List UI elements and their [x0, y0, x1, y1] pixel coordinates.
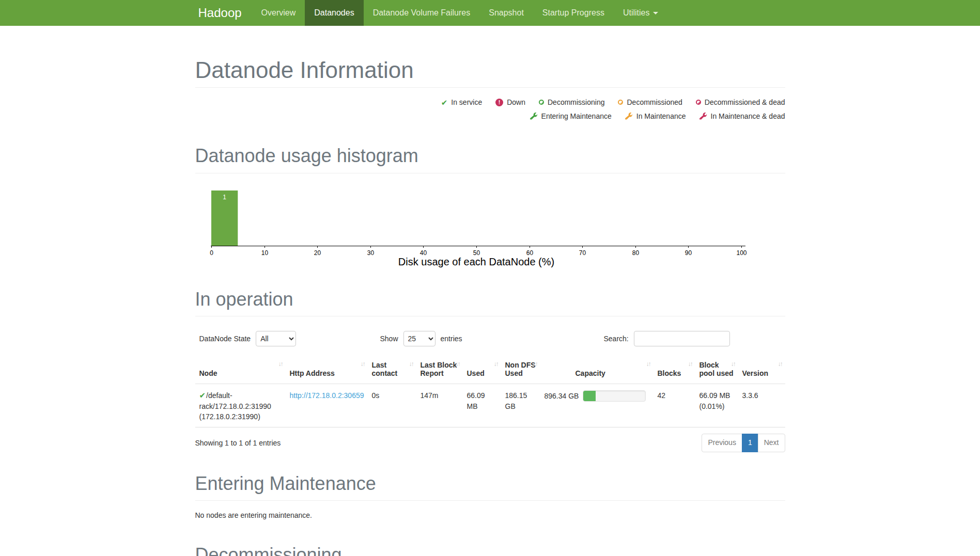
- column-header-block-pool[interactable]: ↓↑Block pool used: [695, 356, 738, 384]
- table-controls: DataNode State All Show 25 entries Searc…: [195, 327, 785, 351]
- sort-icon: ↓↑: [688, 361, 692, 368]
- pagination: Previous 1 Next: [702, 434, 785, 452]
- nav-item-datanode-volume-failures[interactable]: Datanode Volume Failures: [364, 0, 480, 26]
- column-header-label: Http Address: [290, 369, 335, 377]
- column-header-capacity[interactable]: ↓↑Capacity: [540, 356, 654, 384]
- column-header-label: Capacity: [545, 369, 605, 377]
- column-header-non-dfs[interactable]: ↓↑Non DFS Used: [501, 356, 540, 384]
- page-size-select[interactable]: 25: [403, 331, 435, 346]
- table-row: ✔/default-rack/172.18.0.2:31990 (172.18.…: [195, 384, 785, 427]
- non-dfs-used-cell: 186.15 GB: [501, 384, 540, 427]
- column-header-label: Last contact: [372, 361, 398, 377]
- exclamation-circle-icon: [495, 99, 503, 106]
- column-header-label: Blocks: [658, 369, 681, 377]
- pagination-next-button[interactable]: Next: [758, 434, 785, 452]
- legend-label: Decommissioning: [548, 98, 604, 106]
- nav-item-label: Overview: [261, 0, 296, 26]
- in-operation-heading: In operation: [195, 289, 785, 310]
- column-header-version[interactable]: ↓↑Version: [738, 356, 785, 384]
- column-header-label: Block pool used: [699, 361, 734, 377]
- sort-icon: ↓↑: [494, 361, 498, 368]
- entering-maintenance-section-header: Entering Maintenance: [195, 473, 785, 501]
- legend-item: Entering Maintenance: [530, 112, 612, 120]
- sort-icon: ↓↑: [278, 361, 283, 368]
- entries-label: entries: [441, 335, 462, 343]
- histogram-heading: Datanode usage histogram: [195, 145, 785, 166]
- hadoop-brand[interactable]: Hadoop: [195, 0, 252, 26]
- legend-item: In Maintenance: [625, 112, 686, 120]
- sort-icon: ↓↑: [778, 361, 782, 368]
- x-axis-tick-label: 10: [261, 249, 268, 257]
- x-axis-tick-label: 0: [210, 249, 213, 257]
- histogram-bar-count: 1: [223, 194, 226, 201]
- node-cell: ✔/default-rack/172.18.0.2:31990 (172.18.…: [195, 384, 286, 427]
- legend-label: Decommissioned & dead: [705, 98, 785, 106]
- navbar-menu: OverviewDatanodesDatanode Volume Failure…: [252, 0, 668, 26]
- datanode-state-select[interactable]: All: [256, 331, 296, 346]
- x-axis-tick-label: 50: [473, 249, 480, 257]
- usage-histogram-chart: 10102030405060708090100Disk usage of eac…: [195, 184, 785, 274]
- wrench-icon: [625, 113, 633, 120]
- column-header-http[interactable]: ↓↑Http Address: [286, 356, 368, 384]
- legend-row: ✔In serviceDownDecommissioningDecommissi…: [195, 98, 785, 106]
- column-header-label: Used: [467, 369, 485, 377]
- legend-label: Down: [507, 98, 525, 106]
- http-address-cell: http://172.18.0.2:30659: [286, 384, 368, 427]
- decommissioning-heading: Decommissioning: [195, 544, 785, 556]
- column-header-last-contact[interactable]: ↓↑Last contact: [368, 356, 416, 384]
- column-header-last-block-report[interactable]: ↓↑Last Block Report: [416, 356, 463, 384]
- search-input[interactable]: [634, 331, 730, 346]
- http-address-link[interactable]: http://172.18.0.2:30659: [290, 391, 364, 400]
- column-header-label: Last Block Report: [421, 361, 457, 377]
- legend-item: In Maintenance & dead: [699, 112, 785, 120]
- column-header-label: Non DFS Used: [505, 361, 536, 377]
- sort-icon: ↓↑: [409, 361, 413, 368]
- nav-item-snapshot[interactable]: Snapshot: [479, 0, 533, 26]
- ban-circle-icon: [618, 100, 623, 105]
- pagination-page-1-button[interactable]: 1: [742, 434, 758, 452]
- legend-item: Decommissioned & dead: [696, 98, 785, 106]
- datanodes-table: ↓↑Node↓↑Http Address↓↑Last contact↓↑Last…: [195, 356, 785, 427]
- x-axis-tick-label: 100: [736, 249, 746, 257]
- block-pool-used-cell: 66.09 MB (0.01%): [695, 384, 738, 427]
- histogram-section-header: Datanode usage histogram: [195, 145, 785, 173]
- node-address: /default-rack/172.18.0.2:31990 (172.18.0…: [199, 391, 271, 421]
- status-legend: ✔In serviceDownDecommissioningDecommissi…: [195, 98, 785, 120]
- pagination-previous-button[interactable]: Previous: [702, 434, 742, 452]
- x-axis-tick-label: 30: [367, 249, 374, 257]
- sort-icon: ↓↑: [646, 361, 650, 368]
- nav-item-startup-progress[interactable]: Startup Progress: [533, 0, 614, 26]
- blocks-cell: 42: [654, 384, 695, 427]
- nav-item-label: Utilities: [623, 0, 650, 26]
- column-header-node[interactable]: ↓↑Node: [195, 356, 286, 384]
- check-icon: ✔: [441, 99, 448, 106]
- legend-item: Decommissioned: [618, 98, 682, 106]
- nav-item-utilities[interactable]: Utilities: [614, 0, 668, 26]
- entering-maintenance-empty-text: No nodes are entering maintenance.: [195, 511, 785, 519]
- table-header-row: ↓↑Node↓↑Http Address↓↑Last contact↓↑Last…: [195, 356, 785, 384]
- capacity-progress-fill: [583, 391, 596, 401]
- nav-item-label: Datanode Volume Failures: [373, 0, 471, 26]
- nav-item-label: Snapshot: [489, 0, 524, 26]
- column-header-used[interactable]: ↓↑Used: [463, 356, 501, 384]
- entering-maintenance-heading: Entering Maintenance: [195, 473, 785, 494]
- nav-item-overview[interactable]: Overview: [252, 0, 305, 26]
- nav-item-label: Startup Progress: [542, 0, 604, 26]
- legend-label: In Maintenance: [636, 112, 686, 120]
- histogram-svg: 10102030405060708090100Disk usage of eac…: [195, 184, 785, 273]
- x-axis-tick-label: 20: [314, 249, 321, 257]
- ban-circle-icon: [696, 100, 701, 105]
- top-navbar: Hadoop OverviewDatanodesDatanode Volume …: [0, 0, 980, 26]
- legend-item: Decommissioning: [539, 98, 604, 106]
- wrench-icon: [699, 113, 707, 120]
- last-block-report-cell: 147m: [416, 384, 463, 427]
- legend-label: In service: [451, 98, 482, 106]
- check-icon: ✔: [199, 391, 206, 399]
- column-header-label: Version: [742, 369, 769, 377]
- nav-item-datanodes[interactable]: Datanodes: [305, 0, 363, 26]
- legend-label: In Maintenance & dead: [711, 112, 785, 120]
- used-cell: 66.09 MB: [463, 384, 501, 427]
- datanode-state-label: DataNode State: [199, 335, 251, 343]
- sort-icon: ↓↑: [361, 361, 365, 368]
- column-header-blocks[interactable]: ↓↑Blocks: [654, 356, 695, 384]
